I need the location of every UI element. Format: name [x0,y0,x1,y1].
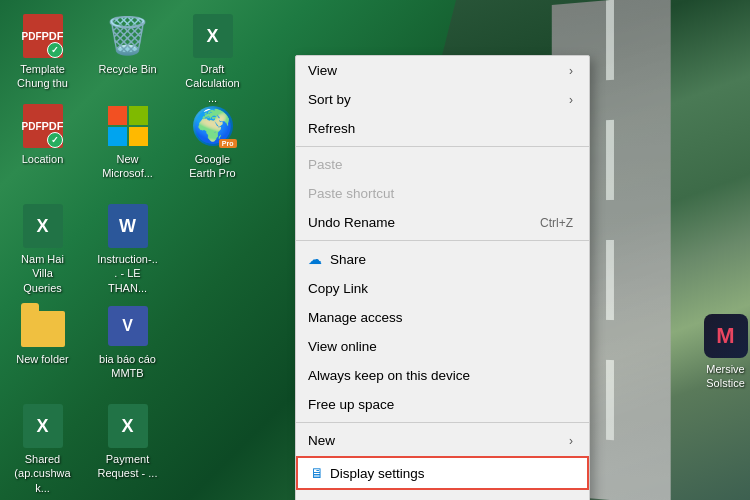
menu-item-personalize[interactable]: 🖥 Personalize [296,491,589,500]
menu-label-view-online: View online [308,339,377,354]
menu-item-view[interactable]: View › [296,56,589,85]
icon-label-payment-request: Payment Request - ... [94,451,161,482]
menu-label-undo-rename: Undo Rename [308,215,395,230]
icon-payment-request[interactable]: X Payment Request - ... [90,400,165,486]
arrow-icon: › [569,93,573,107]
menu-item-refresh[interactable]: Refresh [296,114,589,143]
menu-label-manage-access: Manage access [308,310,403,325]
arrow-icon: › [569,64,573,78]
icon-label-instruction: Instruction-... - LE THAN... [94,251,161,296]
icon-label-bia-bao-cao: bia báo cáo MMTB [94,351,161,382]
menu-item-paste[interactable]: Paste [296,150,589,179]
icon-bia-bao-cao[interactable]: V bia báo cáo MMTB [90,300,165,386]
menu-item-view-online[interactable]: View online [296,332,589,361]
icon-draft-calculation[interactable]: X Draft Calculation ... [175,10,250,110]
menu-label-display-settings: Display settings [330,466,425,481]
menu-label-free-up-space: Free up space [308,397,394,412]
menu-item-undo-rename[interactable]: Undo Rename Ctrl+Z [296,208,589,237]
icon-location[interactable]: PDF ✓ Location [5,100,80,171]
separator-2 [296,240,589,241]
display-settings-icon: 🖥 [310,465,324,481]
icon-shared[interactable]: X Shared (ap.cushwak... [5,400,80,500]
menu-label-view: View [308,63,337,78]
menu-label-share: Share [330,252,366,267]
icon-label-shared: Shared (ap.cushwak... [9,451,76,496]
menu-item-display-settings[interactable]: 🖥 Display settings [296,456,589,490]
icon-new-microsoft[interactable]: New Microsof... [90,100,165,186]
icon-recycle-bin[interactable]: 🗑️ Recycle Bin [90,10,165,81]
icon-nam-hai-villa[interactable]: X Nam Hai Villa Queries [5,200,80,300]
icon-instruction[interactable]: W Instruction-... - LE THAN... [90,200,165,300]
icon-label-new-microsoft: New Microsof... [94,151,161,182]
separator-1 [296,146,589,147]
icon-google-earth[interactable]: 🌍 Pro Google Earth Pro [175,100,250,186]
icon-mersive-solstice[interactable]: M Mersive Solstice [688,310,750,396]
menu-label-always-keep: Always keep on this device [308,368,470,383]
icon-label-location: Location [19,151,67,167]
icon-label-google-earth: Google Earth Pro [179,151,246,182]
arrow-icon: › [569,434,573,448]
menu-item-free-up-space[interactable]: Free up space [296,390,589,419]
menu-item-copy-link[interactable]: Copy Link [296,274,589,303]
menu-item-share[interactable]: ☁ Share [296,244,589,274]
cloud-icon: ☁ [308,251,322,267]
context-menu: View › Sort by › Refresh Paste Paste sho… [295,55,590,500]
menu-item-sort-by[interactable]: Sort by › [296,85,589,114]
menu-item-manage-access[interactable]: Manage access [296,303,589,332]
icon-label-template-chung-thu: Template Chung thu [9,61,76,92]
separator-3 [296,422,589,423]
menu-item-paste-shortcut[interactable]: Paste shortcut [296,179,589,208]
icon-label-nam-hai-villa: Nam Hai Villa Queries [9,251,76,296]
menu-item-new[interactable]: New › [296,426,589,455]
menu-label-refresh: Refresh [308,121,355,136]
icon-new-folder[interactable]: New folder [5,300,80,371]
menu-label-sort-by: Sort by [308,92,351,107]
icon-label-mersive-solstice: Mersive Solstice [692,361,750,392]
menu-label-paste: Paste [308,157,343,172]
menu-label-new: New [308,433,335,448]
menu-label-paste-shortcut: Paste shortcut [308,186,394,201]
icon-label-new-folder: New folder [13,351,72,367]
icon-template-chung-thu[interactable]: PDF ✓ Template Chung thu [5,10,80,96]
menu-label-copy-link: Copy Link [308,281,368,296]
shortcut-ctrl-z: Ctrl+Z [540,216,573,230]
menu-item-always-keep[interactable]: Always keep on this device [296,361,589,390]
desktop: PDF ✓ Template Chung thu 🗑️ Recycle Bin … [0,0,750,500]
icon-label-recycle-bin: Recycle Bin [95,61,159,77]
